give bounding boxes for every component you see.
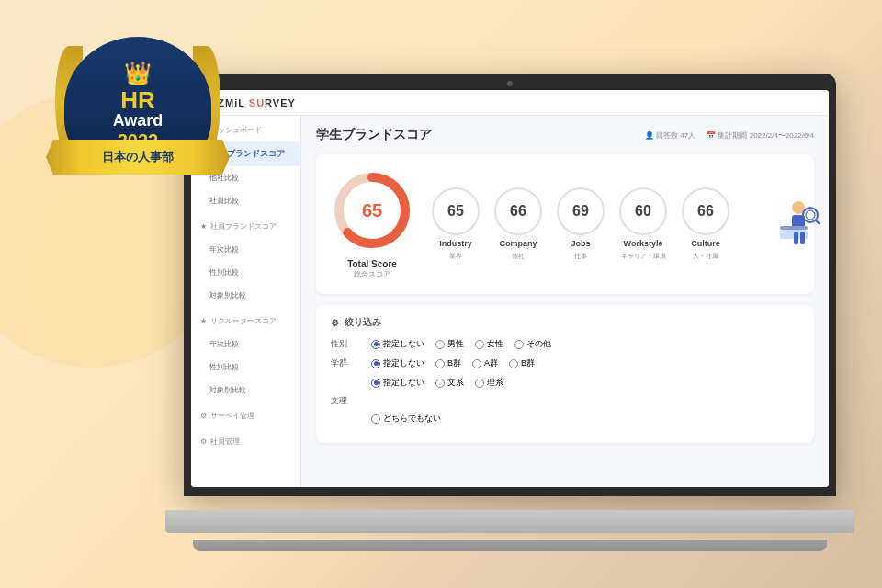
score-item-company: 66 Company 個社 bbox=[494, 187, 542, 261]
laptop-base-bottom bbox=[193, 540, 827, 551]
score-item-workstyle: 60 Workstyle キャリア・環境 bbox=[619, 187, 667, 261]
filter-label-bunri: 文理 bbox=[331, 395, 356, 407]
total-score-value: 65 bbox=[362, 200, 382, 221]
staff-icon: ⚙ bbox=[200, 437, 207, 446]
app-body: ⊞ ダッシュボード ★ 学生ブランドスコア 他社比較 社員比較 bbox=[191, 116, 829, 487]
filter-option-gender-0[interactable]: 指定しない bbox=[371, 338, 424, 350]
total-score-donut: 65 bbox=[331, 169, 413, 252]
laptop: BYZMiL SURVEY ⊞ ダッシュボード ★ 学生ブランドスコア bbox=[165, 74, 854, 551]
radio-gender-1[interactable] bbox=[435, 340, 445, 349]
filter-option-gakugun-1[interactable]: B群 bbox=[435, 357, 461, 369]
radio-gender-0[interactable] bbox=[371, 340, 380, 349]
filter-option-gakugun-0[interactable]: 指定しない bbox=[371, 357, 424, 369]
sidebar-item-yearly[interactable]: 年次比較 bbox=[191, 238, 300, 261]
svg-line-8 bbox=[816, 220, 820, 224]
radio-gakugun-2[interactable] bbox=[472, 359, 481, 368]
svg-rect-4 bbox=[780, 226, 808, 230]
filter-options-gender: 指定しない 男性 女性 bbox=[371, 338, 551, 350]
sidebar-item-employee-brand[interactable]: ★ 社員ブランドスコア bbox=[191, 212, 300, 238]
laptop-base bbox=[165, 510, 854, 533]
award-banner: 日本の人事部 bbox=[46, 140, 230, 175]
filter-option-gakugun-3[interactable]: B群 bbox=[509, 357, 535, 369]
score-sub-culture: 人・社風 bbox=[693, 252, 718, 261]
radio-bunri-1[interactable] bbox=[435, 379, 445, 388]
crown-icon: 👑 bbox=[124, 61, 152, 86]
sidebar-item-target2[interactable]: 対象別比較 bbox=[191, 379, 300, 401]
filter-icon: ⚙ bbox=[331, 318, 339, 328]
filter-option-gakugun-2[interactable]: A群 bbox=[472, 357, 498, 369]
filter-option-gender-2[interactable]: 女性 bbox=[475, 338, 503, 350]
main-content: 学生ブランドスコア 👤 回答数 47人 📅 集計期間 2022/2/4〜2022… bbox=[301, 116, 829, 487]
score-name-workstyle: Workstyle bbox=[624, 239, 663, 248]
sidebar-item-target[interactable]: 対象別比較 bbox=[191, 284, 300, 307]
score-name-industry: Industry bbox=[439, 239, 472, 248]
sidebar-item-gender[interactable]: 性別比較 bbox=[191, 261, 300, 284]
award-hr-text: HR bbox=[120, 88, 155, 112]
employee-brand-icon: ★ bbox=[200, 222, 207, 231]
illustration bbox=[748, 197, 821, 252]
score-circles: 65 Industry 業界 66 Company 個社 bbox=[432, 187, 729, 261]
score-section: 65 Total Score 総合スコア bbox=[316, 154, 814, 294]
sidebar-item-staff[interactable]: ⚙ 社員管理 bbox=[191, 427, 300, 453]
score-name-jobs: Jobs bbox=[571, 239, 590, 248]
radio-gender-3[interactable] bbox=[514, 340, 524, 349]
score-circle-culture: 66 bbox=[682, 187, 729, 235]
score-sub-company: 個社 bbox=[512, 252, 525, 261]
app-container: BYZMiL SURVEY ⊞ ダッシュボード ★ 学生ブランドスコア bbox=[191, 90, 829, 487]
score-circle-workstyle: 60 bbox=[619, 187, 667, 235]
filter-header: ⚙ 絞り込み bbox=[331, 316, 799, 329]
score-sub-workstyle: キャリア・環境 bbox=[621, 252, 666, 261]
filter-row-bunri: 文理 指定しない 文系 bbox=[331, 377, 799, 424]
radio-bunri-3[interactable] bbox=[371, 414, 380, 424]
radio-gender-2[interactable] bbox=[475, 340, 484, 349]
score-sub-industry: 業界 bbox=[449, 252, 462, 261]
filter-option-bunri-3[interactable]: どちらでもない bbox=[371, 413, 441, 424]
laptop-camera bbox=[507, 81, 513, 86]
hr-award-badge: 👑 HR Award 2022 日本の人事部 bbox=[55, 18, 220, 202]
laptop-screen-outer: BYZMiL SURVEY ⊞ ダッシュボード ★ 学生ブランドスコア bbox=[184, 74, 836, 496]
filter-option-gender-1[interactable]: 男性 bbox=[435, 338, 464, 350]
filter-option-bunri-1[interactable]: 文系 bbox=[435, 377, 464, 389]
page-header: 学生ブランドスコア 👤 回答数 47人 📅 集計期間 2022/2/4〜2022… bbox=[316, 127, 814, 143]
score-item-industry: 65 Industry 業界 bbox=[432, 187, 480, 261]
score-circle-jobs: 69 bbox=[557, 187, 605, 235]
score-name-culture: Culture bbox=[691, 239, 720, 248]
filter-row-gender: 性別 指定しない 男性 bbox=[331, 338, 799, 350]
score-name-company: Company bbox=[499, 239, 537, 248]
svg-point-7 bbox=[806, 210, 815, 220]
radio-bunri-2[interactable] bbox=[475, 379, 484, 388]
score-sub-jobs: 仕事 bbox=[574, 252, 587, 261]
total-score-label: Total Score 総合スコア bbox=[347, 259, 397, 279]
svg-rect-9 bbox=[794, 232, 798, 244]
filter-options-gakugun: 指定しない B群 A群 bbox=[371, 357, 535, 369]
period-meta: 📅 集計期間 2022/2/4〜2022/6/4 bbox=[707, 130, 814, 141]
app-header: BYZMiL SURVEY bbox=[191, 90, 829, 116]
score-circle-industry: 65 bbox=[432, 187, 480, 235]
filter-label-gender: 性別 bbox=[331, 338, 356, 350]
recruiter-icon: ★ bbox=[200, 317, 207, 325]
radio-bunri-0[interactable] bbox=[371, 379, 380, 388]
survey-icon: ⚙ bbox=[200, 412, 207, 420]
filter-label-gakugun: 学群 bbox=[331, 357, 356, 369]
score-item-culture: 66 Culture 人・社風 bbox=[682, 187, 729, 261]
filter-options-bunri: 指定しない 文系 理系 bbox=[371, 377, 595, 424]
filter-option-gender-3[interactable]: その他 bbox=[514, 338, 551, 350]
svg-rect-10 bbox=[800, 232, 805, 244]
sidebar-item-yearly2[interactable]: 年次比較 bbox=[191, 333, 300, 356]
radio-gakugun-0[interactable] bbox=[371, 359, 380, 368]
filter-option-bunri-0[interactable]: 指定しない bbox=[371, 377, 424, 389]
laptop-screen: BYZMiL SURVEY ⊞ ダッシュボード ★ 学生ブランドスコア bbox=[191, 90, 829, 487]
sidebar-item-gender2[interactable]: 性別比較 bbox=[191, 356, 300, 379]
count-meta: 👤 回答数 47人 bbox=[645, 130, 695, 141]
page-title: 学生ブランドスコア bbox=[316, 127, 432, 143]
sidebar-item-recruiter[interactable]: ★ リクルータースコア bbox=[191, 307, 300, 333]
award-label: Award bbox=[113, 112, 164, 130]
score-circle-company: 66 bbox=[494, 187, 542, 235]
filter-section: ⚙ 絞り込み 性別 指定しない bbox=[316, 305, 814, 443]
logo-accent: SU bbox=[249, 97, 265, 108]
radio-gakugun-3[interactable] bbox=[509, 359, 518, 368]
filter-row-gakugun: 学群 指定しない B群 bbox=[331, 357, 799, 369]
filter-option-bunri-2[interactable]: 理系 bbox=[475, 377, 503, 389]
sidebar-item-survey[interactable]: ⚙ サーベイ管理 bbox=[191, 401, 300, 427]
radio-gakugun-1[interactable] bbox=[435, 359, 445, 368]
